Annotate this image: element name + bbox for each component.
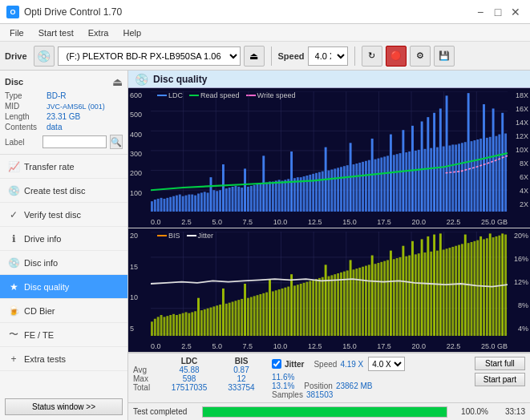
settings-button[interactable]: ⚙: [410, 46, 431, 67]
svg-rect-152: [166, 316, 168, 336]
speed-dropdown[interactable]: 4.0 X: [308, 46, 348, 66]
y-right-label: 16%: [509, 255, 528, 263]
avg-ldc: 45.88: [161, 365, 217, 374]
sidebar-item-disc-info[interactable]: 💿 Disc info: [0, 251, 127, 275]
action-buttons: Start full Start part: [475, 357, 525, 386]
svg-rect-49: [250, 186, 253, 212]
fe-te-icon: 〜: [8, 328, 19, 341]
svg-rect-129: [498, 135, 500, 212]
svg-rect-72: [322, 172, 324, 212]
fe-te-label: FE / TE: [24, 330, 54, 340]
x-label: 20.0: [412, 218, 427, 226]
disc-label-input[interactable]: [42, 135, 107, 148]
svg-rect-174: [234, 301, 237, 336]
chart-top-y-left: 600 500 400 300 200 100: [128, 88, 151, 212]
svg-rect-197: [305, 282, 308, 336]
svg-rect-47: [244, 168, 246, 212]
sidebar-item-verify-test-disc[interactable]: ✓ Verify test disc: [0, 203, 127, 227]
svg-rect-173: [232, 301, 234, 336]
svg-rect-247: [461, 244, 463, 336]
refresh-button[interactable]: ↻: [362, 46, 382, 67]
svg-rect-34: [204, 192, 206, 212]
svg-rect-226: [396, 258, 399, 336]
sidebar-item-cd-bier[interactable]: 🍺 CD Bier: [0, 299, 127, 323]
x-label: 10.0: [273, 218, 288, 226]
x-label: 2.5: [181, 342, 192, 350]
svg-rect-59: [281, 180, 284, 212]
sidebar-item-extra-tests[interactable]: + Extra tests: [0, 347, 127, 371]
x-label: 15.0: [342, 218, 357, 226]
svg-rect-25: [176, 196, 178, 212]
svg-rect-205: [330, 275, 333, 336]
disc-mid-value: JVC-AMS6L (001): [47, 103, 105, 111]
menu-help[interactable]: Help: [116, 26, 148, 39]
disc-eject-icon[interactable]: ⏏: [112, 75, 123, 88]
svg-rect-230: [408, 256, 411, 336]
close-button[interactable]: ✕: [508, 4, 524, 20]
svg-rect-198: [309, 281, 311, 336]
svg-rect-61: [287, 179, 289, 212]
y-label: 15: [130, 263, 149, 271]
disc-section: Disc ⏏ Type BD-R MID JVC-AMS6L (001) Len…: [0, 71, 127, 155]
svg-rect-113: [448, 146, 451, 212]
sidebar-item-disc-quality[interactable]: ★ Disc quality: [0, 275, 127, 299]
sidebar-item-transfer-rate[interactable]: 📈 Transfer rate: [0, 155, 127, 179]
window-controls[interactable]: − □ ✕: [472, 4, 524, 20]
svg-rect-190: [284, 288, 286, 336]
start-full-button[interactable]: Start full: [475, 357, 525, 370]
chart-bottom-inner: BIS Jitter 20 15 10 5: [128, 228, 530, 352]
menu-file[interactable]: File: [3, 26, 30, 39]
svg-rect-163: [200, 310, 203, 336]
svg-rect-112: [446, 95, 448, 212]
status-window-button[interactable]: Status window >>: [5, 398, 123, 415]
content-header-icon: 💿: [135, 73, 148, 86]
svg-rect-110: [439, 108, 442, 212]
transfer-rate-icon: 📈: [8, 161, 19, 172]
disc-color-button[interactable]: 🔴: [386, 46, 407, 67]
minimize-button[interactable]: −: [472, 4, 488, 20]
svg-rect-210: [346, 270, 349, 336]
svg-rect-235: [424, 252, 427, 336]
svg-rect-19: [157, 199, 160, 212]
svg-rect-115: [455, 144, 457, 212]
sidebar-item-create-test-disc[interactable]: 💿 Create test disc: [0, 179, 127, 203]
drive-dropdown[interactable]: (F:) PLEXTOR BD-R PX-LB950SA 1.06: [58, 46, 241, 66]
svg-rect-160: [191, 312, 193, 336]
svg-rect-58: [278, 180, 281, 212]
y-right-label: 6X: [509, 173, 528, 181]
extra-tests-label: Extra tests: [24, 354, 66, 364]
svg-rect-82: [353, 164, 355, 212]
sidebar-item-fe-te[interactable]: 〜 FE / TE: [0, 323, 127, 347]
speed-select[interactable]: 4.0 X: [368, 357, 405, 371]
disc-quality-label: Disc quality: [24, 282, 69, 292]
svg-rect-243: [448, 248, 451, 336]
menu-extra[interactable]: Extra: [82, 26, 115, 39]
svg-rect-199: [312, 280, 314, 336]
svg-rect-78: [340, 167, 342, 212]
svg-rect-130: [501, 113, 504, 212]
extra-tests-icon: +: [8, 353, 19, 365]
svg-rect-223: [386, 260, 389, 336]
disc-label-search-btn[interactable]: 🔍: [110, 135, 123, 149]
svg-rect-164: [204, 309, 206, 336]
sidebar-item-drive-info[interactable]: ℹ Drive info: [0, 227, 127, 251]
svg-rect-80: [346, 165, 349, 212]
svg-rect-172: [229, 303, 231, 336]
maximize-button[interactable]: □: [490, 4, 506, 20]
progress-bar: [202, 406, 447, 418]
svg-rect-150: [160, 315, 163, 336]
eject-button[interactable]: ⏏: [244, 46, 265, 67]
drive-section: 💿 (F:) PLEXTOR BD-R PX-LB950SA 1.06 ⏏: [34, 46, 265, 67]
svg-rect-27: [182, 196, 184, 212]
svg-rect-51: [257, 184, 259, 212]
disc-icon-btn[interactable]: 💿: [34, 46, 55, 67]
disc-contents-value: data: [47, 123, 62, 131]
y-label: 300: [130, 150, 149, 158]
svg-rect-37: [212, 190, 215, 212]
svg-rect-91: [380, 158, 382, 212]
menu-start-test[interactable]: Start test: [32, 26, 80, 39]
start-part-button[interactable]: Start part: [475, 373, 525, 386]
jitter-checkbox[interactable]: [272, 359, 281, 369]
save-button[interactable]: 💾: [434, 46, 455, 67]
chart-bottom-plot: [151, 232, 508, 336]
